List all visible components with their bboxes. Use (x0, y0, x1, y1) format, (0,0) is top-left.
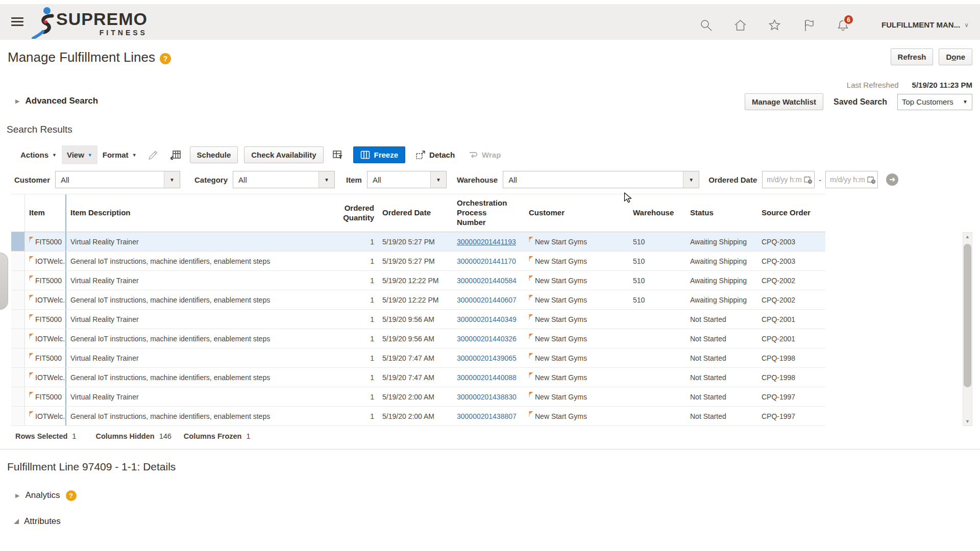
disclosure-triangle-icon: ▶ (15, 492, 19, 499)
selector-cell[interactable] (11, 329, 25, 348)
column-header-source_order[interactable]: Source Order (757, 194, 825, 232)
quantity-cell: 1 (334, 310, 378, 329)
calendar-icon[interactable] (867, 176, 876, 184)
details-heading: Fulfillment Line 97409 - 1-1: Details (7, 461, 176, 473)
calendar-icon[interactable] (804, 176, 813, 184)
help-icon[interactable]: ? (66, 490, 77, 501)
notification-badge[interactable]: 6 (843, 14, 854, 25)
dropdown-caret-icon[interactable]: ▼ (318, 171, 334, 188)
manage-watchlist-button[interactable]: Manage Watchlist (745, 93, 823, 110)
item-value: IOTWelc... (35, 257, 66, 265)
selector-cell[interactable] (11, 290, 25, 309)
customer-cell: New Start Gyms (525, 290, 629, 309)
analytics-section-toggle[interactable]: ▶ Analytics ? (15, 490, 77, 501)
column-header-description[interactable]: Item Description (66, 194, 334, 232)
orchestration-process-link[interactable]: 300000201440607 (457, 296, 517, 304)
format-menu[interactable]: Format ▼ (97, 145, 142, 164)
item-value: FIT5000 (35, 393, 62, 401)
search-icon[interactable] (699, 18, 713, 32)
orchestration-process-link[interactable]: 300000201440584 (457, 277, 517, 285)
columns-frozen-label: Columns Frozen (184, 432, 242, 440)
ordered_date-cell: 5/19/20 5:27 PM (378, 232, 453, 251)
context-flag-icon (529, 392, 533, 397)
selector-cell[interactable] (11, 310, 25, 329)
context-flag-icon (29, 392, 34, 397)
context-flag-icon (529, 372, 533, 378)
column-header-item[interactable]: Item (25, 194, 66, 232)
item-cell: IOTWelc... (25, 368, 66, 387)
quantity-value: 1 (370, 354, 374, 362)
table-row[interactable]: IOTWelc...General IoT instructions, mach… (11, 252, 825, 271)
manage-columns-icon[interactable] (169, 149, 182, 161)
orchestration-process-link[interactable]: 300000201438830 (457, 393, 517, 401)
dropdown-caret-icon[interactable]: ▼ (683, 171, 699, 188)
orchestration-process-link[interactable]: 300000201441193 (457, 238, 516, 246)
vertical-scrollbar[interactable]: ▲ ▼ (963, 232, 972, 426)
column-header-quantity[interactable]: Ordered Quantity (334, 194, 378, 232)
detach-button[interactable]: Detach (415, 150, 455, 160)
watchlist-flag-icon[interactable] (802, 18, 816, 32)
freeze-button[interactable]: Freeze (353, 146, 406, 163)
table-row[interactable]: IOTWelc...General IoT instructions, mach… (11, 329, 825, 348)
table-row[interactable]: FIT5000Virtual Reality Trainer15/19/20 1… (11, 271, 825, 290)
notifications-bell-icon[interactable]: 6 (836, 18, 850, 32)
selector-cell[interactable] (11, 348, 25, 367)
scrollbar-thumb[interactable] (964, 244, 971, 387)
favorites-star-icon[interactable] (768, 18, 781, 32)
description-cell: Virtual Reality Trainer (66, 232, 334, 251)
orchestration-cell: 300000201439065 (453, 348, 525, 367)
orchestration-process-link[interactable]: 300000201439065 (457, 354, 517, 362)
scroll-down-arrow[interactable]: ▼ (963, 417, 972, 425)
selector-cell[interactable] (11, 368, 25, 387)
selector-cell[interactable] (11, 232, 25, 251)
column-header-warehouse[interactable]: Warehouse (629, 194, 686, 232)
dropdown-caret-icon[interactable]: ▼ (164, 171, 180, 188)
column-header-customer[interactable]: Customer (525, 194, 629, 232)
table-row[interactable]: FIT5000Virtual Reality Trainer15/19/20 5… (11, 232, 825, 252)
view-menu[interactable]: View ▼ (62, 145, 97, 164)
quantity-cell: 1 (334, 271, 378, 290)
query-by-example-icon[interactable] (332, 149, 344, 161)
saved-search-select[interactable]: Top Customers ▼ (897, 94, 972, 110)
selector-cell[interactable] (11, 387, 25, 406)
column-header-ordered_date[interactable]: Ordered Date (378, 194, 453, 232)
scroll-up-arrow[interactable]: ▲ (963, 233, 972, 241)
column-header-status[interactable]: Status (686, 194, 757, 232)
actions-menu[interactable]: Actions ▼ (15, 145, 62, 164)
orchestration-process-link[interactable]: 300000201440326 (457, 335, 517, 343)
table-row[interactable]: IOTWelc...General IoT instructions, mach… (11, 290, 825, 310)
column-header-orchestration[interactable]: Orchestration Process Number (453, 194, 525, 232)
warehouse-filter-select[interactable]: All ▼ (503, 171, 699, 188)
done-button[interactable]: Done (939, 48, 972, 65)
table-row[interactable]: FIT5000Virtual Reality Trainer15/19/20 2… (11, 387, 825, 407)
customer-cell: New Start Gyms (525, 368, 629, 387)
panel-expander-handle[interactable] (0, 253, 8, 310)
refresh-button[interactable]: Refresh (891, 48, 934, 65)
advanced-search-toggle[interactable]: ▶ Advanced Search (15, 96, 98, 106)
search-go-button[interactable] (886, 173, 898, 186)
customer-filter-select[interactable]: All ▼ (55, 171, 180, 188)
selector-cell[interactable] (11, 271, 25, 290)
check-availability-button[interactable]: Check Availability (244, 146, 323, 163)
table-row[interactable]: FIT5000Virtual Reality Trainer15/19/20 7… (11, 348, 825, 368)
help-icon[interactable]: ? (160, 53, 171, 64)
table-row[interactable]: FIT5000Virtual Reality Trainer15/19/20 9… (11, 310, 825, 329)
orchestration-process-link[interactable]: 300000201441170 (457, 257, 516, 265)
dropdown-caret-icon[interactable]: ▼ (430, 171, 446, 188)
user-role-menu[interactable]: FULFILLMENT MAN... ∨ (881, 20, 969, 29)
table-row[interactable]: IOTWelc...General IoT instructions, mach… (11, 368, 825, 387)
column-header-label: Customer (529, 208, 565, 218)
hamburger-menu-icon[interactable] (11, 17, 23, 27)
table-row[interactable]: IOTWelc...General IoT instructions, mach… (11, 407, 825, 426)
attributes-section-toggle[interactable]: Attributes (14, 516, 61, 527)
home-icon[interactable] (733, 18, 747, 32)
orchestration-process-link[interactable]: 300000201438807 (457, 412, 517, 420)
orchestration-process-link[interactable]: 300000201440349 (457, 315, 517, 323)
category-filter-select[interactable]: All ▼ (233, 171, 335, 188)
selector-cell[interactable] (11, 252, 25, 270)
schedule-button[interactable]: Schedule (190, 146, 238, 163)
item-filter-select[interactable]: All ▼ (367, 171, 447, 188)
customer-cell: New Start Gyms (525, 387, 629, 406)
selector-cell[interactable] (11, 407, 25, 425)
orchestration-process-link[interactable]: 300000201440088 (457, 373, 517, 382)
